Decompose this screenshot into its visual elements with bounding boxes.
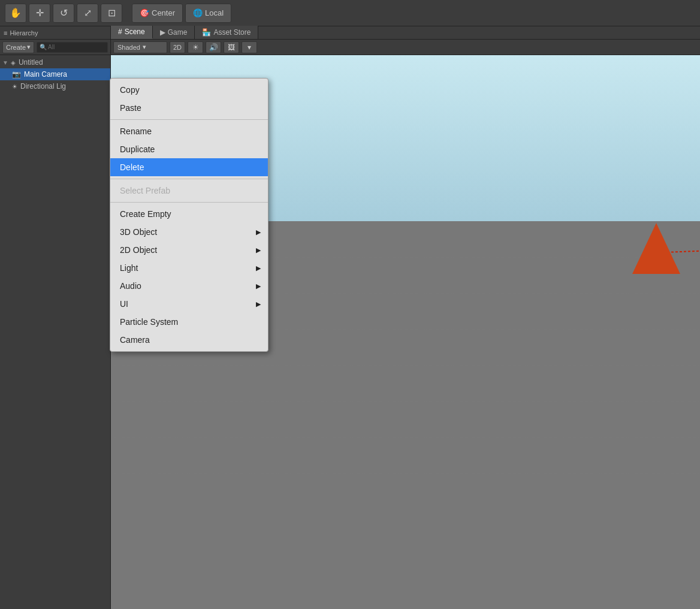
menu-item-select-prefab: Select Prefab	[110, 182, 268, 200]
shading-dropdown[interactable]: Shaded ▾	[113, 41, 167, 53]
asset-store-tab-label: Asset Store	[213, 28, 251, 37]
camera-icon: 📷	[12, 70, 21, 79]
hierarchy-header: ≡ Hierarchy	[0, 26, 110, 40]
rename-label: Rename	[120, 126, 152, 136]
tab-scene[interactable]: # Scene	[111, 26, 153, 39]
tab-bar: # Scene ▶ Game 🏪 Asset Store	[111, 26, 700, 40]
separator-3	[110, 202, 268, 203]
local-icon: 🌐	[193, 8, 203, 17]
copy-label: Copy	[120, 85, 140, 95]
light-arrow-icon: ▶	[256, 264, 261, 272]
audio-arrow-icon: ▶	[256, 282, 261, 290]
menu-item-delete[interactable]: Delete	[110, 158, 268, 176]
gizmos-button[interactable]: ▾	[242, 41, 257, 53]
search-icon: 🔍	[40, 44, 47, 50]
scene-arrow-icon: ▼	[2, 59, 8, 66]
scene-unity-icon: ◈	[11, 59, 16, 66]
menu-item-camera[interactable]: Camera	[110, 331, 268, 349]
effects-button[interactable]: 🖼	[224, 41, 239, 53]
scene-name: Untitled	[19, 58, 43, 67]
create-empty-label: Create Empty	[120, 209, 171, 219]
hierarchy-toolbar: Create ▾ 🔍 All	[0, 40, 110, 55]
separator-1	[110, 119, 268, 120]
local-label: Local	[205, 8, 224, 17]
camera-label: Camera	[120, 335, 150, 345]
directional-light-label: Directional Lig	[20, 82, 66, 91]
hierarchy-content: ▼ ◈ Untitled 📷 Main Camera ☀ Directional…	[0, 55, 110, 609]
ui-arrow-icon: ▶	[256, 300, 261, 308]
menu-item-light[interactable]: Light ▶	[110, 259, 268, 277]
separator-2	[110, 179, 268, 179]
menu-item-rename[interactable]: Rename	[110, 122, 268, 140]
tab-game[interactable]: ▶ Game	[153, 26, 195, 39]
create-label: Create	[6, 44, 26, 51]
center-icon: 🎯	[140, 8, 149, 17]
light-icon: ☀	[12, 83, 17, 90]
ui-label: UI	[120, 299, 128, 309]
delete-label: Delete	[120, 162, 144, 172]
shading-arrow-icon: ▾	[143, 43, 146, 51]
scene-toolbar: Shaded ▾ 2D ☀ 🔊 🖼 ▾	[111, 40, 700, 55]
2d-button[interactable]: 2D	[170, 41, 185, 53]
2d-object-arrow-icon: ▶	[256, 246, 261, 254]
scene-tab-icon: #	[118, 28, 122, 36]
orange-cone	[632, 223, 680, 274]
hierarchy-item-directional-light[interactable]: ☀ Directional Lig	[0, 80, 110, 92]
menu-item-create-empty[interactable]: Create Empty	[110, 205, 268, 223]
rect-tool-button[interactable]: ⊡	[101, 4, 122, 23]
hierarchy-menu-icon: ≡	[4, 29, 7, 37]
paste-label: Paste	[120, 103, 141, 113]
duplicate-label: Duplicate	[120, 144, 155, 154]
2d-label: 2D	[173, 44, 182, 51]
menu-item-paste[interactable]: Paste	[110, 99, 268, 117]
audio-button[interactable]: 🔊	[206, 41, 221, 53]
menu-item-ui[interactable]: UI ▶	[110, 295, 268, 313]
hierarchy-item-main-camera[interactable]: 📷 Main Camera	[0, 68, 110, 80]
game-tab-label: Game	[168, 28, 188, 37]
scale-tool-button[interactable]: ⤢	[77, 4, 98, 23]
lighting-button[interactable]: ☀	[188, 41, 203, 53]
menu-item-audio[interactable]: Audio ▶	[110, 277, 268, 295]
hierarchy-panel: ≡ Hierarchy Create ▾ 🔍 All ▼ ◈ Untitled	[0, 26, 111, 609]
tab-asset-store[interactable]: 🏪 Asset Store	[195, 26, 258, 39]
menu-item-particle-system[interactable]: Particle System	[110, 313, 268, 331]
hierarchy-title: Hierarchy	[10, 29, 38, 37]
create-button[interactable]: Create ▾	[2, 41, 34, 53]
menu-item-duplicate[interactable]: Duplicate	[110, 140, 268, 158]
context-menu: Copy Paste Rename Duplicate Delete Selec…	[110, 78, 268, 352]
particle-system-label: Particle System	[120, 317, 178, 327]
top-toolbar: ✋ ✛ ↺ ⤢ ⊡ 🎯 Center 🌐 Local	[0, 0, 700, 26]
move-tool-button[interactable]: ✛	[29, 4, 50, 23]
search-box[interactable]: 🔍 All	[37, 42, 108, 53]
main-camera-label: Main Camera	[24, 70, 67, 79]
3d-object-label: 3D Object	[120, 227, 157, 237]
select-prefab-label: Select Prefab	[120, 186, 170, 195]
menu-item-copy[interactable]: Copy	[110, 81, 268, 99]
scene-tab-label: Scene	[125, 28, 145, 36]
scene-root-item[interactable]: ▼ ◈ Untitled	[0, 56, 110, 68]
create-arrow-icon: ▾	[27, 43, 31, 51]
2d-object-label: 2D Object	[120, 245, 157, 255]
asset-store-tab-icon: 🏪	[202, 28, 211, 37]
center-label: Center	[152, 8, 175, 17]
shading-label: Shaded	[117, 44, 140, 51]
light-label: Light	[120, 263, 138, 273]
local-button[interactable]: 🌐 Local	[185, 4, 231, 23]
menu-item-3d-object[interactable]: 3D Object ▶	[110, 223, 268, 241]
game-tab-icon: ▶	[160, 28, 165, 37]
main-layout: ≡ Hierarchy Create ▾ 🔍 All ▼ ◈ Untitled	[0, 26, 700, 609]
menu-item-2d-object[interactable]: 2D Object ▶	[110, 241, 268, 259]
search-placeholder: All	[48, 44, 55, 50]
3d-object-arrow-icon: ▶	[256, 228, 261, 236]
hand-tool-button[interactable]: ✋	[5, 4, 26, 23]
hierarchy-scene: ▼ ◈ Untitled 📷 Main Camera ☀ Directional…	[0, 55, 110, 94]
rotate-tool-button[interactable]: ↺	[53, 4, 74, 23]
center-button[interactable]: 🎯 Center	[132, 4, 183, 23]
audio-label: Audio	[120, 281, 141, 291]
